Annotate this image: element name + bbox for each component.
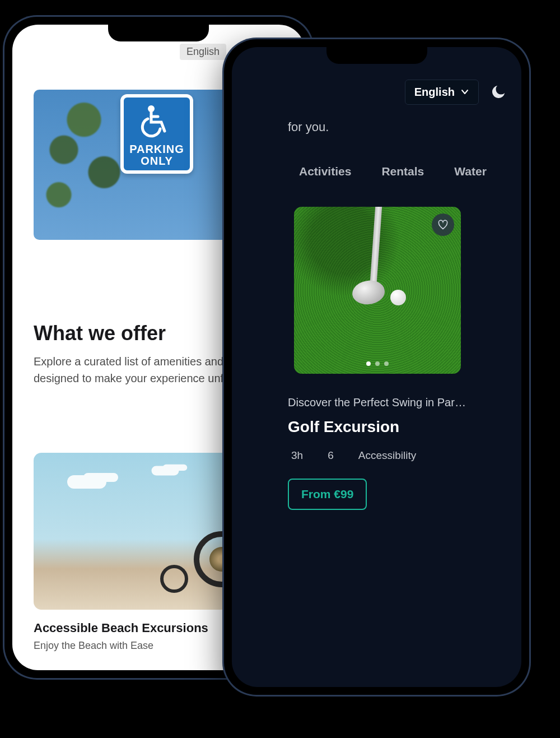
dark-mode-icon[interactable] (490, 83, 507, 100)
favorite-button[interactable] (432, 213, 454, 236)
activity-title: Golf Excursion (288, 418, 467, 436)
meta-duration: 3h (291, 449, 303, 462)
sign-text-line2: ONLY (141, 155, 173, 167)
tab-rentals[interactable]: Rentals (381, 165, 424, 178)
beach-wheelchair-small-wheel (160, 565, 188, 593)
golf-ball (390, 290, 406, 305)
cloud-decoration (152, 466, 179, 476)
pagination-dot[interactable] (375, 361, 380, 366)
language-label: English (414, 86, 455, 99)
activity-meta: 3h 6 Accessibility (288, 449, 467, 462)
screen-dark: English for you. Activities Rentals Wate… (232, 47, 521, 687)
activity-subtitle: Discover the Perfect Swing in Para... (288, 396, 467, 409)
tab-activities[interactable]: Activities (299, 165, 351, 178)
wheelchair-icon (139, 103, 175, 139)
pagination-dot[interactable] (366, 361, 371, 366)
notch (326, 47, 427, 64)
language-label: English (186, 46, 220, 57)
language-select[interactable]: English (405, 80, 479, 105)
phone-dark: English for you. Activities Rentals Wate… (224, 39, 529, 695)
cloud-decoration (67, 475, 106, 489)
image-pagination-dots (366, 361, 389, 366)
heart-icon (437, 219, 449, 230)
tagline-fragment: for you. (288, 120, 329, 134)
accessible-parking-sign: PARKING ONLY (120, 94, 193, 174)
category-tabs: Activities Rentals Water (232, 165, 521, 178)
price-label: From €99 (301, 488, 353, 500)
notch (108, 25, 209, 41)
golf-club-head (351, 278, 386, 307)
pagination-dot[interactable] (384, 361, 389, 366)
sign-text-line1: PARKING (129, 143, 184, 155)
header: English (232, 75, 521, 109)
activity-card[interactable]: Discover the Perfect Swing in Para... Go… (288, 207, 467, 510)
meta-accessibility: Accessibility (358, 449, 416, 462)
price-button[interactable]: From €99 (288, 479, 367, 510)
chevron-down-icon (460, 87, 469, 96)
language-select[interactable]: English (180, 44, 226, 60)
meta-people: 6 (328, 449, 334, 462)
tab-water[interactable]: Water (454, 165, 487, 178)
tree-decoration (34, 90, 134, 240)
activity-image (294, 207, 461, 374)
